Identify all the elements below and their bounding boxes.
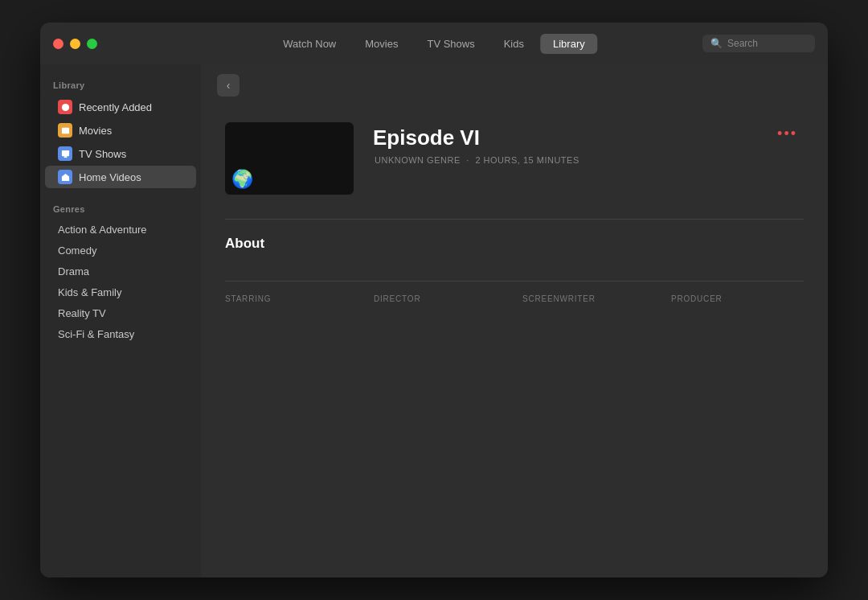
movies-label: Movies [79, 125, 112, 137]
sidebar-item-tv-shows[interactable]: TV Shows [45, 142, 196, 165]
tab-movies[interactable]: Movies [352, 34, 411, 54]
svg-rect-2 [61, 150, 68, 155]
maximize-button[interactable] [87, 39, 97, 49]
search-icon: 🔍 [710, 38, 723, 49]
credit-screenwriter: SCREENWRITER [522, 294, 655, 308]
episode-info: Episode VI UNKNOWN GENRE · 2 HOURS, 15 M… [373, 122, 804, 165]
episode-thumbnail: 🌍 [225, 122, 354, 195]
episode-meta: UNKNOWN GENRE · 2 HOURS, 15 MINUTES [373, 155, 804, 165]
thumbnail-globe-icon: 🌍 [231, 169, 253, 190]
minimize-button[interactable] [70, 39, 80, 49]
about-title: About [225, 236, 804, 252]
app-window: Watch Now Movies TV Shows Kids Library 🔍… [40, 23, 828, 577]
search-bar: 🔍 [702, 35, 815, 52]
starring-label: STARRING [225, 294, 358, 303]
search-input[interactable] [727, 38, 807, 49]
sidebar-item-movies[interactable]: Movies [45, 119, 196, 142]
genre-comedy[interactable]: Comedy [45, 240, 196, 261]
movies-icon [58, 123, 72, 138]
content-area: ‹ 🌍 Episode VI UNKNOWN GENRE · 2 HOURS, … [201, 64, 828, 577]
credit-producer: PRODUCER [671, 294, 804, 308]
genre-sci-fi-fantasy[interactable]: Sci-Fi & Fantasy [45, 324, 196, 344]
episode-duration: 2 HOURS, 15 MINUTES [475, 155, 579, 165]
credits-row: STARRING DIRECTOR SCREENWRITER PRODUCER [225, 281, 804, 308]
title-bar: Watch Now Movies TV Shows Kids Library 🔍 [40, 23, 828, 64]
tv-shows-label: TV Shows [79, 148, 126, 160]
recently-added-label: Recently Added [79, 101, 152, 113]
svg-marker-4 [61, 173, 68, 180]
library-section-label: Library [40, 74, 201, 95]
genre-comedy-label: Comedy [58, 245, 96, 257]
genre-action-adventure[interactable]: Action & Adventure [45, 220, 196, 240]
tv-shows-icon [58, 146, 72, 161]
genre-drama[interactable]: Drama [45, 261, 196, 282]
close-button[interactable] [53, 39, 63, 49]
tab-tv-shows[interactable]: TV Shows [414, 34, 487, 54]
more-options-button[interactable]: ••• [771, 122, 804, 146]
genre-action-adventure-label: Action & Adventure [58, 224, 147, 236]
main-content: Library Recently Added Movies TV Shows [40, 64, 828, 577]
director-label: DIRECTOR [374, 294, 506, 303]
content-toolbar: ‹ [201, 64, 828, 106]
genre-kids-family-label: Kids & Family [58, 286, 121, 298]
episode-meta-separator: · [466, 155, 472, 165]
genre-reality-tv-label: Reality TV [58, 307, 106, 319]
tab-watch-now[interactable]: Watch Now [270, 34, 349, 54]
svg-point-0 [61, 103, 68, 110]
episode-genre: UNKNOWN GENRE [375, 155, 461, 165]
genre-reality-tv[interactable]: Reality TV [45, 303, 196, 323]
recently-added-icon [58, 100, 72, 114]
home-videos-icon [58, 170, 72, 184]
episode-header: 🌍 Episode VI UNKNOWN GENRE · 2 HOURS, 15… [225, 122, 804, 195]
credit-director: DIRECTOR [374, 294, 506, 308]
back-button[interactable]: ‹ [217, 74, 240, 97]
genre-sci-fi-fantasy-label: Sci-Fi & Fantasy [58, 328, 134, 340]
svg-rect-3 [63, 156, 67, 158]
tab-library[interactable]: Library [540, 34, 598, 54]
credit-starring: STARRING [225, 294, 358, 308]
producer-label: PRODUCER [671, 294, 804, 303]
sidebar: Library Recently Added Movies TV Shows [40, 64, 201, 577]
about-section: About [225, 236, 804, 265]
episode-title: Episode VI [373, 125, 804, 150]
genre-kids-family[interactable]: Kids & Family [45, 282, 196, 302]
genres-section: Genres Action & Adventure Comedy Drama K… [40, 198, 201, 344]
nav-tabs: Watch Now Movies TV Shows Kids Library [270, 34, 597, 54]
genre-drama-label: Drama [58, 265, 89, 277]
window-controls [53, 39, 97, 49]
sidebar-item-recently-added[interactable]: Recently Added [45, 96, 196, 118]
genres-section-label: Genres [40, 198, 201, 219]
tab-kids[interactable]: Kids [491, 34, 537, 54]
sidebar-item-home-videos[interactable]: Home Videos [45, 166, 196, 188]
divider [225, 219, 804, 220]
home-videos-label: Home Videos [79, 171, 141, 183]
screenwriter-label: SCREENWRITER [522, 294, 655, 303]
episode-detail: 🌍 Episode VI UNKNOWN GENRE · 2 HOURS, 15… [201, 106, 828, 324]
svg-rect-1 [61, 127, 68, 133]
